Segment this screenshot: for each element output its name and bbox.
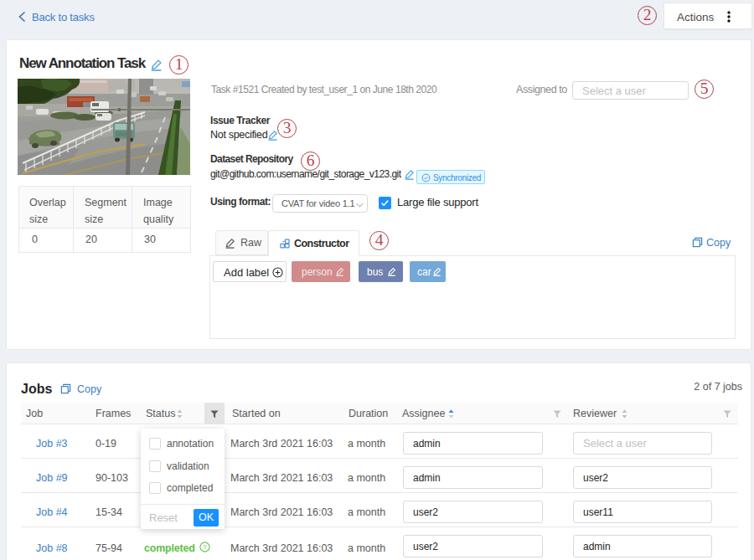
svg-text:?: ? — [203, 543, 207, 551]
